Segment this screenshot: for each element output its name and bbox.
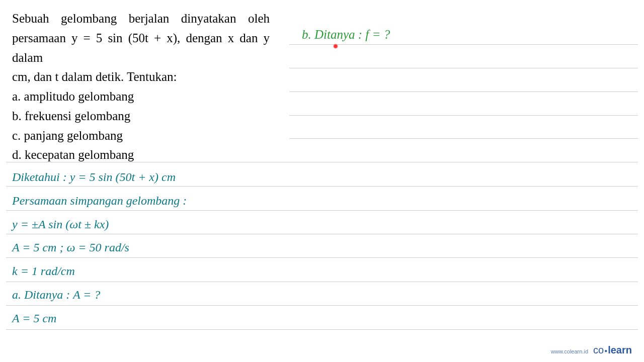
footer-url: www.colearn.id <box>551 348 588 354</box>
problem-intro-1: Sebuah gelombang berjalan dinyatakan ole… <box>12 9 270 29</box>
problem-intro-2: persamaan y = 5 sin (50t + x), dengan x … <box>12 29 270 68</box>
solution-line-4: A = 5 cm ; ω = 50 rad/s <box>12 236 632 259</box>
problem-item-c: c. panjang gelombang <box>12 126 270 146</box>
problem-item-a: a. amplitudo gelombang <box>12 87 270 107</box>
pointer-dot-icon <box>333 44 338 49</box>
solution-line-1: Diketahui : y = 5 sin (50t + x) cm <box>12 165 632 189</box>
problem-item-b: b. frekuensi gelombang <box>12 107 270 126</box>
solution-section: Diketahui : y = 5 sin (50t + x) cm Persa… <box>12 165 632 330</box>
problem-item-d: d. kecepatan gelombang <box>12 145 270 165</box>
solution-line-3: y = ±A sin (ωt ± kx) <box>12 213 632 236</box>
solution-line-6: a. Ditanya : A = ? <box>12 283 632 307</box>
footer-logo: co●learn <box>593 344 632 356</box>
solution-line-5: k = 1 rad/cm <box>12 259 632 283</box>
problem-intro-3: cm, dan t dalam detik. Tentukan: <box>12 67 270 87</box>
solution-line-2: Persamaan simpangan gelombang : <box>12 189 632 213</box>
footer-branding: www.colearn.id co●learn <box>551 344 632 356</box>
dot-separator-icon: ● <box>604 348 608 353</box>
solution-line-7: A = 5 cm <box>12 307 632 330</box>
annotation-part-b: b. Ditanya : f = ? <box>302 28 390 42</box>
problem-statement: Sebuah gelombang berjalan dinyatakan ole… <box>0 0 282 165</box>
